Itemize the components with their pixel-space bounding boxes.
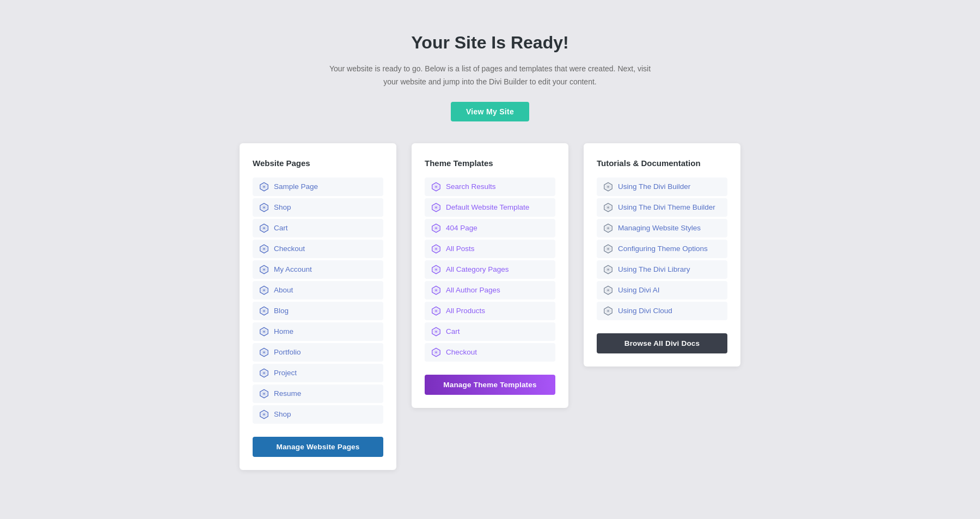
- list-item[interactable]: Search Results: [425, 178, 555, 196]
- svg-point-0: [263, 186, 265, 188]
- item-link[interactable]: Using Divi AI: [618, 286, 660, 294]
- divi-icon: [259, 244, 269, 254]
- svg-point-26: [607, 289, 609, 291]
- divi-icon: [603, 244, 613, 254]
- list-item[interactable]: Cart: [253, 219, 383, 237]
- item-link[interactable]: About: [274, 286, 293, 294]
- list-item[interactable]: Using The Divi Theme Builder: [597, 198, 727, 217]
- svg-point-12: [435, 186, 437, 188]
- item-link[interactable]: Managing Website Styles: [618, 224, 701, 232]
- item-link[interactable]: Resume: [274, 389, 301, 398]
- list-item[interactable]: Checkout: [425, 343, 555, 362]
- item-link[interactable]: All Category Pages: [446, 265, 509, 273]
- list-item[interactable]: All Posts: [425, 240, 555, 258]
- list-item[interactable]: Sample Page: [253, 178, 383, 196]
- list-item[interactable]: Shop: [253, 405, 383, 424]
- item-link[interactable]: All Products: [446, 307, 485, 315]
- divi-icon: [259, 223, 269, 233]
- divi-icon: [603, 265, 613, 274]
- item-list-theme-templates: Search Results Default Website Template …: [425, 178, 555, 362]
- item-link[interactable]: Shop: [274, 410, 291, 418]
- list-item[interactable]: Using The Divi Library: [597, 260, 727, 279]
- list-item[interactable]: Cart: [425, 322, 555, 341]
- svg-point-2: [263, 227, 265, 229]
- svg-point-19: [435, 331, 437, 333]
- divi-icon: [259, 389, 269, 399]
- list-item[interactable]: 404 Page: [425, 219, 555, 237]
- item-link[interactable]: Cart: [274, 224, 288, 232]
- svg-point-1: [263, 206, 265, 209]
- svg-point-16: [435, 268, 437, 271]
- item-link[interactable]: Default Website Template: [446, 203, 529, 211]
- page-header: Your Site Is Ready! Your website is read…: [327, 33, 653, 121]
- item-link[interactable]: All Posts: [446, 245, 475, 253]
- item-link[interactable]: Cart: [446, 327, 460, 335]
- divi-icon: [431, 203, 441, 212]
- manage-button-tutorials-docs[interactable]: Browse All Divi Docs: [597, 333, 727, 353]
- divi-icon: [431, 306, 441, 316]
- list-item[interactable]: All Products: [425, 302, 555, 320]
- item-link[interactable]: Configuring Theme Options: [618, 245, 708, 253]
- item-link[interactable]: Shop: [274, 203, 291, 211]
- svg-point-27: [607, 310, 609, 312]
- list-item[interactable]: Project: [253, 364, 383, 382]
- svg-point-8: [263, 351, 265, 353]
- svg-point-25: [607, 268, 609, 271]
- svg-point-17: [435, 289, 437, 291]
- item-link[interactable]: Checkout: [274, 245, 305, 253]
- list-item[interactable]: Blog: [253, 302, 383, 320]
- list-item[interactable]: Resume: [253, 384, 383, 403]
- list-item[interactable]: About: [253, 281, 383, 300]
- svg-point-3: [263, 248, 265, 250]
- list-item[interactable]: Using Divi AI: [597, 281, 727, 300]
- svg-point-20: [435, 351, 437, 353]
- item-link[interactable]: 404 Page: [446, 224, 477, 232]
- svg-point-11: [263, 413, 265, 416]
- list-item[interactable]: All Category Pages: [425, 260, 555, 279]
- divi-icon: [431, 285, 441, 295]
- list-item[interactable]: Using Divi Cloud: [597, 302, 727, 320]
- list-item[interactable]: Portfolio: [253, 343, 383, 362]
- item-link[interactable]: Search Results: [446, 182, 496, 191]
- divi-icon: [259, 203, 269, 212]
- divi-icon: [259, 410, 269, 419]
- item-link[interactable]: Using The Divi Theme Builder: [618, 203, 715, 211]
- divi-icon: [259, 265, 269, 274]
- svg-point-4: [263, 268, 265, 271]
- list-item[interactable]: Using The Divi Builder: [597, 178, 727, 196]
- svg-point-23: [607, 227, 609, 229]
- item-link[interactable]: Blog: [274, 307, 289, 315]
- item-link[interactable]: Portfolio: [274, 348, 301, 356]
- divi-icon: [431, 223, 441, 233]
- list-item[interactable]: Managing Website Styles: [597, 219, 727, 237]
- item-link[interactable]: Home: [274, 327, 293, 335]
- item-list-website-pages: Sample Page Shop Cart Checkout My Accoun…: [253, 178, 383, 424]
- svg-point-9: [263, 372, 265, 374]
- list-item[interactable]: Default Website Template: [425, 198, 555, 217]
- list-item[interactable]: Configuring Theme Options: [597, 240, 727, 258]
- card-tutorials-docs: Tutorials & Documentation Using The Divi…: [584, 143, 740, 367]
- item-link[interactable]: Using Divi Cloud: [618, 307, 672, 315]
- card-title-tutorials-docs: Tutorials & Documentation: [597, 158, 727, 168]
- item-link[interactable]: My Account: [274, 265, 312, 273]
- item-link[interactable]: All Author Pages: [446, 286, 500, 294]
- page-subtitle: Your website is ready to go. Below is a …: [327, 63, 653, 89]
- svg-point-15: [435, 248, 437, 250]
- item-link[interactable]: Using The Divi Builder: [618, 182, 690, 191]
- list-item[interactable]: Checkout: [253, 240, 383, 258]
- manage-button-website-pages[interactable]: Manage Website Pages: [253, 437, 383, 457]
- item-link[interactable]: Sample Page: [274, 182, 318, 191]
- item-link[interactable]: Checkout: [446, 348, 477, 356]
- view-site-button[interactable]: View My Site: [451, 102, 529, 121]
- item-link[interactable]: Using The Divi Library: [618, 265, 690, 273]
- list-item[interactable]: All Author Pages: [425, 281, 555, 300]
- item-link[interactable]: Project: [274, 369, 297, 377]
- list-item[interactable]: My Account: [253, 260, 383, 279]
- card-theme-templates: Theme Templates Search Results Default W…: [412, 143, 568, 408]
- divi-icon: [431, 244, 441, 254]
- manage-button-theme-templates[interactable]: Manage Theme Templates: [425, 375, 555, 395]
- list-item[interactable]: Shop: [253, 198, 383, 217]
- divi-icon: [431, 327, 441, 337]
- card-title-website-pages: Website Pages: [253, 158, 383, 168]
- list-item[interactable]: Home: [253, 322, 383, 341]
